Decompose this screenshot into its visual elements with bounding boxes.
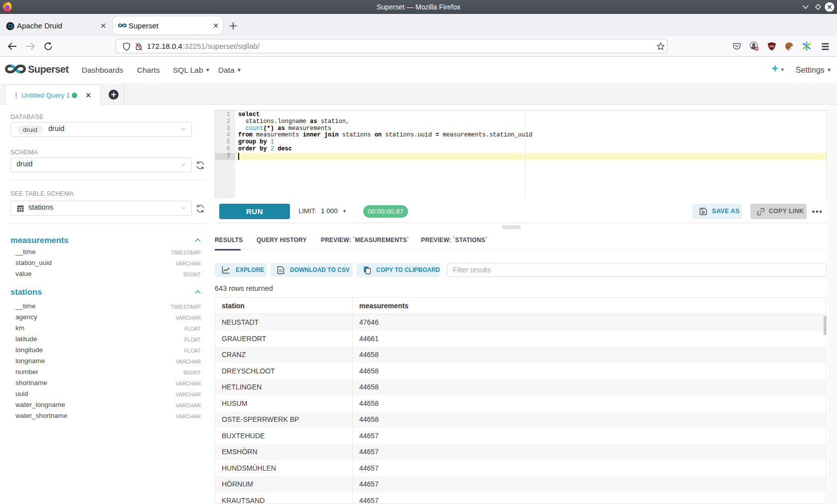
svg-text:UO: UO [769,44,774,48]
